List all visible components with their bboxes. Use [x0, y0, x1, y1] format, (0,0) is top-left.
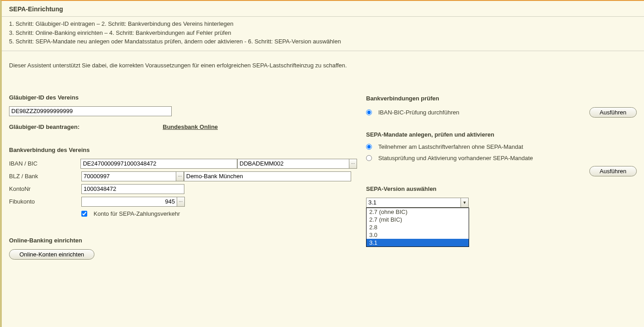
steps-line-3: 5. Schritt: SEPA-Mandate neu anlegen ode…: [9, 37, 637, 46]
online-accounts-setup-button[interactable]: Online-Konten einrichten: [9, 249, 94, 260]
sepa-version-option[interactable]: 2.7 (ohne BIC): [367, 208, 469, 216]
sepa-account-checkbox-wrap[interactable]: Konto für SEPA-Zahlungsverkehr: [81, 210, 180, 217]
iban-bic-label: IBAN / BIC: [9, 160, 80, 167]
bank-name-input[interactable]: [184, 171, 351, 181]
iban-input[interactable]: [80, 159, 237, 169]
online-banking-heading: Online-Banking einrichten: [9, 237, 357, 244]
sepa-version-option[interactable]: 3.0: [367, 231, 469, 239]
request-creditor-id-label: Gläubiger-ID beantragen:: [9, 123, 163, 130]
sepa-version-select[interactable]: ▼ 2.7 (ohne BIC)2.7 (mit BIC)2.83.03.1: [366, 198, 469, 208]
blz-bank-label: BLZ / Bank: [9, 173, 81, 180]
fibukonto-input[interactable]: [81, 197, 177, 207]
sepa-version-value[interactable]: [366, 198, 461, 208]
creditor-id-input[interactable]: [9, 106, 172, 116]
konto-label: KontoNr: [9, 185, 81, 192]
participants-without-mandate-radio-label: Teilnehmer am Lastschriftverfahren ohne …: [378, 143, 523, 150]
check-bank-heading: Bankverbindungen prüfen: [366, 95, 637, 102]
sepa-version-option[interactable]: 2.7 (mit BIC): [367, 216, 469, 223]
bic-input[interactable]: [237, 159, 349, 169]
page-title: SEPA-Einrichtung: [2, 1, 644, 17]
status-check-radio-label: Statusprüfung und Aktivierung vorhandene…: [378, 155, 533, 161]
steps-description: 1. Schritt: Gläubiger-ID eintragen – 2. …: [2, 17, 644, 51]
kontonr-input[interactable]: [81, 184, 184, 194]
execute-bank-check-button[interactable]: Ausführen: [589, 107, 637, 118]
sepa-account-checkbox-label: Konto für SEPA-Zahlungsverkehr: [94, 210, 180, 217]
iban-bic-check-radio-label: IBAN-BIC-Prüfung durchführen: [378, 109, 459, 116]
sepa-version-heading: SEPA-Version auswählen: [366, 185, 637, 192]
participants-without-mandate-radio[interactable]: [366, 144, 372, 150]
bic-lookup-button[interactable]: ···: [349, 159, 357, 169]
sepa-version-option[interactable]: 3.1: [367, 239, 469, 246]
blz-input[interactable]: [81, 171, 176, 181]
intro-text: Dieser Assistent unterstützt Sie dabei, …: [2, 51, 644, 72]
sepa-account-checkbox[interactable]: [81, 211, 87, 217]
blz-lookup-button[interactable]: ···: [176, 171, 184, 181]
fibukonto-lookup-button[interactable]: ···: [177, 197, 185, 207]
execute-mandate-button[interactable]: Ausführen: [589, 166, 637, 176]
fibu-label: Fibukonto: [9, 198, 81, 205]
iban-bic-check-radio[interactable]: [366, 109, 372, 115]
bank-details-heading: Bankverbindung des Vereins: [9, 147, 357, 153]
creditor-id-heading: Gläubiger-ID des Vereins: [9, 94, 357, 101]
sepa-mandates-heading: SEPA-Mandate anlegen, prüfen und aktivie…: [366, 131, 637, 138]
sepa-version-dropdown-list[interactable]: 2.7 (ohne BIC)2.7 (mit BIC)2.83.03.1: [366, 208, 469, 247]
bundesbank-online-link[interactable]: Bundesbank Online: [163, 123, 218, 130]
status-check-radio-wrap[interactable]: Statusprüfung und Aktivierung vorhandene…: [366, 155, 533, 161]
sepa-version-option[interactable]: 2.8: [367, 223, 469, 231]
iban-bic-check-radio-wrap[interactable]: IBAN-BIC-Prüfung durchführen: [366, 109, 459, 116]
sepa-version-dropdown-button[interactable]: ▼: [461, 198, 469, 208]
status-check-radio[interactable]: [366, 155, 372, 161]
participants-without-mandate-radio-wrap[interactable]: Teilnehmer am Lastschriftverfahren ohne …: [366, 143, 523, 150]
steps-line-1: 1. Schritt: Gläubiger-ID eintragen – 2. …: [9, 19, 637, 28]
steps-line-2: 3. Schritt: Online-Banking einrichten – …: [9, 28, 637, 38]
